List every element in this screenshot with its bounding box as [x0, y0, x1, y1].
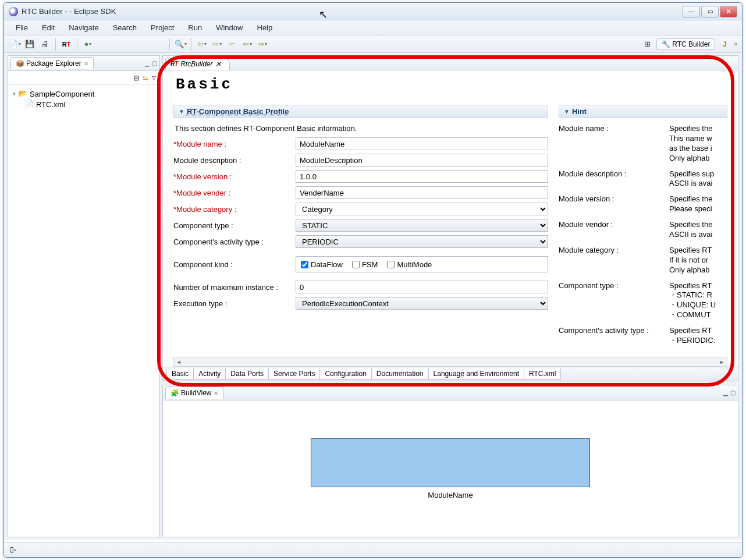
- component-box[interactable]: [311, 438, 590, 487]
- search-tool-icon[interactable]: 🔍▾: [174, 38, 187, 51]
- horizontal-scrollbar[interactable]: ◄ ►: [173, 357, 727, 367]
- folder-icon: 📂: [18, 89, 27, 98]
- page-title: Basic: [173, 76, 738, 93]
- hint-label-activity-type: Component's activity type :: [559, 326, 669, 346]
- view-menu-icon[interactable]: ▽: [152, 75, 156, 81]
- activity-type-select[interactable]: PERIODIC: [296, 235, 548, 248]
- separator: [191, 38, 191, 51]
- scroll-right-icon[interactable]: ►: [717, 359, 727, 365]
- tab-basic[interactable]: Basic: [166, 368, 194, 380]
- nav-left-icon[interactable]: ⇐▾: [241, 38, 254, 51]
- collapse-all-icon[interactable]: ⊟: [133, 74, 139, 82]
- print-icon[interactable]: 🖨: [38, 38, 51, 51]
- menu-window[interactable]: Window: [210, 21, 248, 34]
- minimize-view-icon[interactable]: ▁: [145, 60, 150, 66]
- close-view-icon[interactable]: ✕: [84, 61, 88, 67]
- tree-project[interactable]: ▾ 📂 SampleComponent: [13, 88, 155, 99]
- nav-right-icon[interactable]: ⇒▾: [256, 38, 269, 51]
- buildview-tab[interactable]: 🧩 BuildView ✕: [165, 387, 223, 399]
- tab-langenv[interactable]: Language and Environment: [428, 368, 524, 380]
- nav-fwd-icon[interactable]: ⇨▾: [211, 38, 223, 51]
- section-header-hint[interactable]: ▼ Hint: [559, 105, 727, 118]
- menu-search[interactable]: Search: [107, 21, 143, 34]
- hint-text-module-desc: Specifies sup ASCII is avai: [669, 169, 727, 189]
- tab-configuration[interactable]: Configuration: [319, 368, 371, 380]
- execution-type-select[interactable]: PeriodicExecutionContext: [296, 297, 548, 310]
- rt-icon[interactable]: RT: [60, 38, 73, 51]
- module-version-field[interactable]: [296, 170, 548, 183]
- status-icon[interactable]: ▯◦: [10, 545, 19, 555]
- maximize-view-icon[interactable]: ▢: [152, 60, 157, 66]
- hint-label-component-type: Component type :: [559, 281, 669, 321]
- close-view-icon[interactable]: ✕: [214, 390, 218, 396]
- section-description: This section defines RT-Component Basic …: [173, 118, 548, 137]
- menubar: File Edit Navigate Search Project Run Wi…: [4, 20, 742, 36]
- max-instance-field[interactable]: [296, 281, 548, 293]
- tab-rtcxml[interactable]: RTC.xml: [524, 368, 561, 380]
- form-bottom-tabs: Basic Activity Data Ports Service Ports …: [163, 367, 738, 381]
- checkbox-dataflow[interactable]: DataFlow: [301, 260, 343, 269]
- tree-file[interactable]: 📄 RTC.xml: [13, 99, 155, 109]
- new-icon[interactable]: 📄▾: [8, 38, 21, 51]
- menu-project[interactable]: Project: [145, 21, 180, 34]
- file-icon: 📄: [24, 100, 34, 109]
- menu-navigate[interactable]: Navigate: [63, 21, 104, 34]
- maximize-button[interactable]: ▭: [701, 6, 719, 17]
- package-explorer-tab[interactable]: 📦 Package Explorer ✕: [10, 57, 94, 69]
- minimize-button[interactable]: —: [683, 6, 700, 17]
- menu-file[interactable]: File: [10, 21, 34, 34]
- dataflow-checkbox[interactable]: [301, 261, 308, 268]
- perspective-button[interactable]: 🔧 RTC Builder: [656, 38, 715, 50]
- twistie-icon[interactable]: ▼: [179, 108, 184, 115]
- close-editor-icon[interactable]: ✕: [215, 60, 221, 68]
- buildview-title: BuildView: [181, 389, 211, 397]
- checkbox-fsm[interactable]: FSM: [352, 260, 378, 269]
- package-explorer-panel: 📦 Package Explorer ✕ ▁ ▢ ⊟ ⇆ ▽ ▾ 📂 Sampl: [8, 55, 160, 537]
- module-category-select[interactable]: Category: [296, 203, 548, 215]
- workspace: 📦 Package Explorer ✕ ▁ ▢ ⊟ ⇆ ▽ ▾ 📂 Sampl: [4, 53, 742, 540]
- perspective-more[interactable]: »: [734, 41, 737, 47]
- link-editor-icon[interactable]: ⇆: [143, 74, 148, 82]
- editor-area: RT RtcBuilder ✕ Basic ▼ RT-Component Bas…: [162, 55, 738, 381]
- hint-text-module-category: Specifies RT If it is not or Only alphab: [669, 246, 727, 275]
- menu-help[interactable]: Help: [251, 21, 278, 34]
- run-icon[interactable]: ●▾: [81, 38, 94, 51]
- module-description-field[interactable]: [296, 154, 548, 166]
- tab-dataports[interactable]: Data Ports: [225, 368, 269, 380]
- minimize-view-icon[interactable]: ▁: [723, 389, 728, 396]
- hint-label-module-name: Module name :: [559, 124, 669, 164]
- component-label: ModuleName: [428, 491, 473, 499]
- tab-documentation[interactable]: Documentation: [371, 368, 429, 380]
- label-module-category: *Module category :: [173, 205, 296, 214]
- twistie-icon[interactable]: ▼: [564, 108, 570, 115]
- tab-activity[interactable]: Activity: [193, 368, 226, 380]
- expand-icon[interactable]: ▾: [13, 91, 16, 97]
- open-perspective-icon[interactable]: ⊞: [641, 38, 653, 51]
- multimode-checkbox[interactable]: [387, 261, 395, 268]
- checkbox-multimode[interactable]: MultiMode: [387, 260, 432, 269]
- save-icon[interactable]: 💾: [23, 38, 36, 51]
- nav-prev-icon[interactable]: ⤺: [226, 38, 239, 51]
- nav-back-icon[interactable]: ⇦▾: [196, 38, 208, 51]
- module-vender-field[interactable]: [296, 186, 548, 199]
- project-name: SampleComponent: [30, 90, 94, 98]
- menu-run[interactable]: Run: [182, 21, 208, 34]
- hint-section: ▼ Hint Module name :Specifies the This n…: [559, 105, 727, 366]
- window-title: RTC Builder - - Eclipse SDK: [22, 7, 116, 16]
- editor-tab-rtcbuilder[interactable]: RT RtcBuilder ✕: [165, 58, 230, 70]
- java-perspective-icon[interactable]: J: [718, 38, 731, 51]
- scroll-left-icon[interactable]: ◄: [174, 359, 184, 365]
- maximize-view-icon[interactable]: ▢: [730, 389, 736, 396]
- component-type-select[interactable]: STATIC: [296, 219, 548, 232]
- label-component-type: Component type :: [173, 221, 296, 230]
- fsm-checkbox[interactable]: [352, 261, 360, 268]
- tab-serviceports[interactable]: Service Ports: [268, 368, 320, 380]
- eclipse-icon: [9, 7, 18, 16]
- label-module-version: *Module version :: [173, 172, 296, 181]
- buildview-icon: 🧩: [170, 389, 179, 397]
- section-header-profile[interactable]: ▼ RT-Component Basic Profile: [173, 105, 548, 118]
- file-name: RTC.xml: [36, 100, 65, 109]
- module-name-field[interactable]: [296, 137, 548, 150]
- menu-edit[interactable]: Edit: [36, 21, 61, 34]
- close-button[interactable]: ✕: [720, 6, 737, 17]
